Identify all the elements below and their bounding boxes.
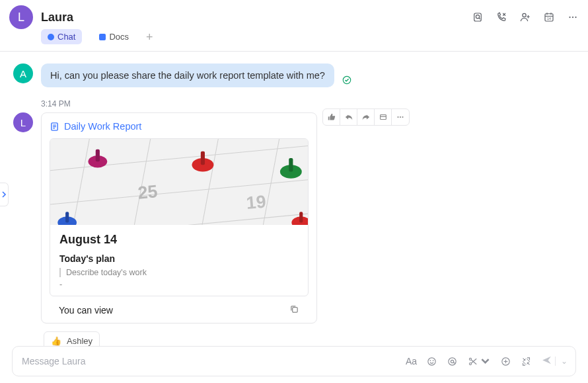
document-title: Daily Work Report (64, 121, 141, 132)
conversation-body: A Hi, can you please share the daily wor… (0, 52, 588, 383)
thumbs-up-icon[interactable] (323, 109, 340, 125)
svg-point-35 (428, 357, 435, 364)
search-icon[interactable] (472, 11, 484, 23)
conversation-header: L Laura 14 (0, 0, 588, 28)
doc-date-heading: August 14 (59, 233, 299, 247)
sender-avatar[interactable]: L (13, 112, 33, 132)
add-tab-button[interactable]: + (146, 31, 153, 43)
svg-text:19: 19 (246, 192, 267, 213)
delivered-icon (342, 75, 351, 87)
header-actions: 14 (472, 11, 579, 23)
svg-rect-23 (201, 151, 205, 165)
emoji-icon[interactable] (426, 356, 437, 367)
svg-point-37 (433, 360, 433, 361)
svg-rect-21 (96, 149, 100, 161)
message-composer: Aa ⌄ (12, 346, 576, 376)
svg-point-33 (400, 116, 401, 118)
message-row: L Daily Work Report 25 (13, 112, 575, 351)
more-icon[interactable] (567, 11, 579, 23)
doc-subheading: Today's plan (59, 253, 299, 264)
svg-rect-27 (65, 212, 69, 222)
sender-avatar[interactable]: A (13, 64, 33, 83)
reaction-emoji: 👍 (51, 336, 61, 346)
document-link[interactable]: Daily Work Report (50, 121, 309, 132)
reply-icon[interactable] (340, 109, 357, 125)
message-bubble[interactable]: Hi, can you please share the daily work … (41, 64, 334, 87)
tab-label: Chat (57, 32, 75, 42)
svg-rect-29 (299, 212, 303, 222)
svg-point-38 (449, 357, 456, 364)
header-avatar[interactable]: L (9, 5, 33, 29)
document-preview[interactable]: 25 19 August 14 Today's plan Describe to (50, 138, 309, 296)
tab-bar: Chat Docs + (0, 28, 588, 52)
svg-rect-10 (50, 139, 308, 225)
svg-rect-0 (474, 13, 482, 21)
svg-point-7 (575, 17, 576, 18)
call-icon[interactable] (496, 11, 507, 23)
tab-chat[interactable]: Chat (41, 29, 82, 44)
doc-placeholder-text: Describe today's work (59, 268, 299, 277)
chat-dot-icon (48, 34, 54, 40)
mention-icon[interactable] (447, 356, 458, 367)
svg-point-5 (569, 17, 570, 18)
conversation-title[interactable]: Laura (41, 11, 73, 24)
calendar-icon[interactable]: 14 (543, 11, 555, 23)
send-options-caret[interactable]: ⌄ (555, 357, 568, 366)
svg-point-40 (469, 362, 471, 364)
svg-point-1 (476, 15, 479, 19)
svg-point-36 (430, 360, 431, 361)
svg-point-32 (397, 116, 398, 118)
copy-icon[interactable] (289, 304, 299, 316)
svg-point-39 (451, 360, 453, 362)
docs-square-icon (99, 34, 106, 40)
svg-text:14: 14 (547, 17, 551, 21)
svg-point-6 (572, 17, 573, 18)
message-timestamp: 3:14 PM (41, 99, 575, 108)
document-thumbnail: 25 19 (50, 139, 308, 225)
tab-docs[interactable]: Docs (92, 29, 135, 44)
svg-rect-30 (293, 308, 298, 313)
forward-icon[interactable] (357, 109, 375, 125)
document-card: Daily Work Report 25 19 (41, 112, 317, 323)
reaction-name: Ashley (67, 336, 92, 346)
more-actions-icon[interactable] (392, 109, 409, 125)
message-input[interactable] (20, 355, 398, 367)
doc-dash: - (59, 280, 299, 289)
text-format-icon[interactable]: Aa (406, 356, 417, 366)
send-button[interactable] (541, 355, 552, 368)
message-row: A Hi, can you please share the daily wor… (13, 64, 575, 87)
scissors-icon[interactable] (467, 356, 491, 367)
expand-icon[interactable] (521, 356, 532, 367)
svg-point-34 (402, 116, 403, 118)
composer-actions: Aa ⌄ (406, 355, 568, 368)
svg-rect-25 (289, 158, 293, 172)
pin-icon[interactable] (375, 109, 392, 125)
svg-point-41 (469, 358, 471, 360)
send-button-group: ⌄ (541, 355, 568, 368)
tab-label: Docs (109, 32, 129, 42)
message-action-toolbar (322, 108, 410, 126)
attach-icon[interactable] (500, 356, 511, 367)
add-user-icon[interactable] (519, 11, 531, 23)
svg-text:25: 25 (137, 181, 158, 202)
svg-point-2 (523, 13, 526, 17)
permission-label: You can view (59, 305, 113, 316)
svg-rect-31 (380, 115, 386, 120)
